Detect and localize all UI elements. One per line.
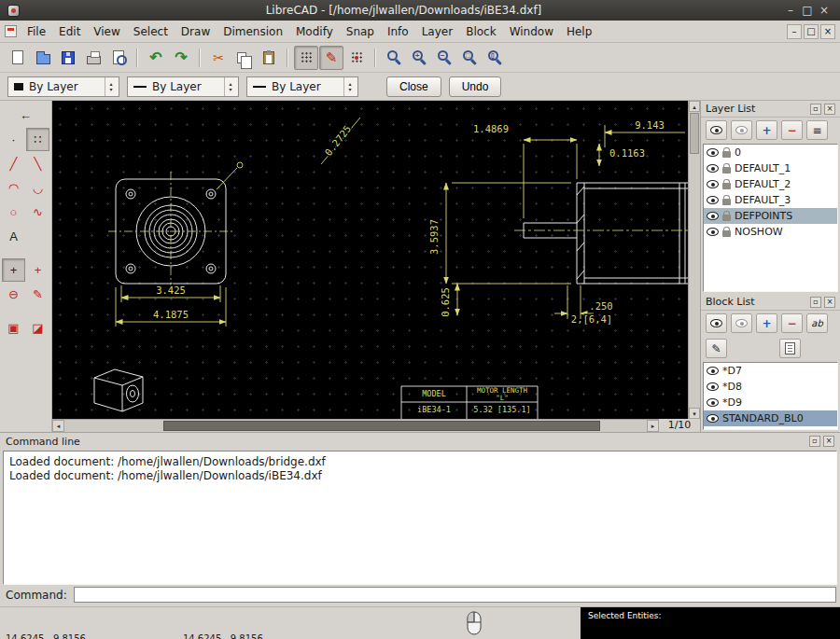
- layer-attributes-button[interactable]: ≡: [806, 120, 828, 140]
- text-tool-button[interactable]: A: [2, 225, 25, 248]
- pen-color-select[interactable]: By Layer ▴▾: [7, 76, 119, 97]
- save-button[interactable]: [56, 46, 80, 70]
- add-block-button[interactable]: +: [756, 313, 777, 333]
- back-tool-button[interactable]: ←: [2, 104, 49, 127]
- layer-row[interactable]: DEFAULT_2: [704, 176, 837, 192]
- child-minimize-button[interactable]: –: [787, 24, 802, 39]
- lock-icon[interactable]: [722, 167, 731, 174]
- layer-list-header[interactable]: Layer List ▫ ×: [701, 101, 840, 118]
- undo-action-button[interactable]: Undo: [449, 76, 502, 97]
- layer-row[interactable]: DEFAULT_1: [704, 160, 837, 176]
- snap-grid-tool-button[interactable]: ∷: [26, 128, 49, 151]
- lock-icon[interactable]: [722, 230, 731, 237]
- layer-visibility-icon[interactable]: [707, 196, 719, 204]
- spinner-arrows-icon[interactable]: ▴▾: [224, 77, 236, 96]
- layer-row[interactable]: DEFAULT_3: [704, 192, 837, 208]
- float-panel-icon[interactable]: ▫: [810, 104, 821, 115]
- close-action-button[interactable]: Close: [386, 76, 441, 97]
- undo-button[interactable]: ↶: [144, 46, 168, 70]
- zoom-out-button[interactable]: [432, 46, 456, 70]
- close-panel-icon[interactable]: ×: [823, 436, 834, 447]
- block-visibility-icon[interactable]: [707, 398, 719, 407]
- command-line-header[interactable]: Command line ▫ ×: [0, 433, 840, 450]
- block-visibility-icon[interactable]: [707, 414, 719, 423]
- child-close-button[interactable]: ×: [820, 24, 835, 39]
- print-preview-button[interactable]: [106, 46, 131, 70]
- open-button[interactable]: [31, 46, 55, 70]
- snap-settings-button[interactable]: [344, 46, 369, 70]
- lock-icon[interactable]: [722, 151, 731, 158]
- menu-info[interactable]: Info: [381, 22, 415, 41]
- menu-dimension[interactable]: Dimension: [217, 22, 289, 41]
- menu-help[interactable]: Help: [560, 22, 598, 41]
- remove-layer-button[interactable]: −: [781, 120, 803, 140]
- layer-row[interactable]: 0: [704, 145, 837, 160]
- menu-block[interactable]: Block: [459, 22, 502, 41]
- spinner-arrows-icon[interactable]: ▴▾: [343, 77, 356, 96]
- layer-visibility-icon[interactable]: [707, 164, 719, 173]
- layer-visibility-icon[interactable]: [707, 212, 719, 220]
- rename-block-button[interactable]: ab: [806, 313, 828, 333]
- spline-tool-button[interactable]: ∿: [26, 201, 49, 224]
- scroll-right-icon[interactable]: ▸: [647, 420, 659, 432]
- hide-all-layers-button[interactable]: [731, 120, 752, 140]
- polyline-tool-button[interactable]: ╲: [26, 152, 49, 175]
- child-restore-button[interactable]: □: [804, 24, 819, 39]
- menu-draw[interactable]: Draw: [175, 22, 217, 41]
- close-button[interactable]: ×: [816, 4, 833, 17]
- block-visibility-icon[interactable]: [707, 382, 719, 391]
- insert-block-button[interactable]: [779, 339, 801, 358]
- block-list-header[interactable]: Block List ▫ ×: [701, 294, 840, 311]
- edit-block-button[interactable]: ✎: [706, 339, 727, 358]
- block-row-selected[interactable]: STANDARD_BL0: [704, 410, 837, 426]
- menu-file[interactable]: File: [21, 22, 52, 41]
- minimize-button[interactable]: –: [782, 4, 799, 17]
- float-panel-icon[interactable]: ▫: [809, 436, 820, 447]
- cad-canvas[interactable]: 3.425 4.1875 0.2725 1.4869 9.143 0.1163 …: [52, 101, 688, 419]
- menu-modify[interactable]: Modify: [289, 22, 340, 41]
- layer-row[interactable]: NOSHOW: [704, 224, 837, 240]
- arc-3p-tool-button[interactable]: ◡: [26, 176, 49, 200]
- scroll-up-icon[interactable]: ▴: [689, 101, 700, 112]
- zoom-window-button[interactable]: [457, 46, 482, 70]
- hide-all-blocks-button[interactable]: [731, 313, 752, 333]
- menu-view[interactable]: View: [87, 22, 126, 41]
- layer-visibility-icon[interactable]: [707, 180, 719, 188]
- layer-row-selected[interactable]: DEFPOINTS: [704, 208, 837, 224]
- show-all-blocks-button[interactable]: [706, 313, 727, 333]
- print-button[interactable]: [81, 46, 105, 70]
- circle-tool-button[interactable]: ○: [2, 201, 25, 224]
- copy-button[interactable]: [231, 46, 256, 70]
- menu-select[interactable]: Select: [127, 22, 175, 41]
- layer-visibility-icon[interactable]: [707, 228, 719, 236]
- float-panel-icon[interactable]: ▫: [810, 297, 821, 308]
- horizontal-scrollbar[interactable]: ◂ ▸: [52, 419, 659, 432]
- vertical-scrollbar[interactable]: ▴ ▾: [688, 101, 700, 419]
- stamp-tool-button[interactable]: ◪: [26, 316, 49, 340]
- scroll-down-icon[interactable]: ▾: [689, 408, 700, 419]
- line-tool-button[interactable]: ╱: [2, 152, 25, 175]
- delete-tool-button[interactable]: ⊖: [2, 283, 25, 306]
- block-visibility-icon[interactable]: [707, 367, 719, 375]
- block-row[interactable]: *D8: [704, 379, 837, 395]
- zoom-in-button[interactable]: [407, 46, 431, 70]
- maximize-button[interactable]: □: [799, 4, 816, 17]
- spinner-arrows-icon[interactable]: ▴▾: [105, 77, 117, 96]
- command-history[interactable]: Loaded document: /home/jlwallen/Download…: [3, 451, 837, 585]
- point-tool-button[interactable]: ·: [2, 128, 25, 151]
- select-window-tool-button[interactable]: ▣: [2, 316, 25, 340]
- lock-icon[interactable]: [722, 215, 731, 221]
- arc-tool-button[interactable]: ◠: [2, 176, 25, 200]
- draw-pen-button[interactable]: ✎: [319, 46, 343, 70]
- menu-snap[interactable]: Snap: [340, 22, 381, 41]
- horizontal-scroll-thumb[interactable]: [163, 421, 600, 431]
- menu-window[interactable]: Window: [503, 22, 560, 41]
- close-panel-icon[interactable]: ×: [824, 297, 835, 308]
- layer-visibility-icon[interactable]: [707, 148, 719, 157]
- zoom-pan-button[interactable]: [483, 46, 507, 70]
- lock-icon[interactable]: [722, 199, 731, 205]
- show-all-layers-button[interactable]: [706, 120, 727, 140]
- pen-width-select[interactable]: By Layer ▴▾: [127, 76, 239, 97]
- move-tool-button[interactable]: +: [26, 258, 49, 282]
- cut-button[interactable]: ✂: [206, 46, 231, 70]
